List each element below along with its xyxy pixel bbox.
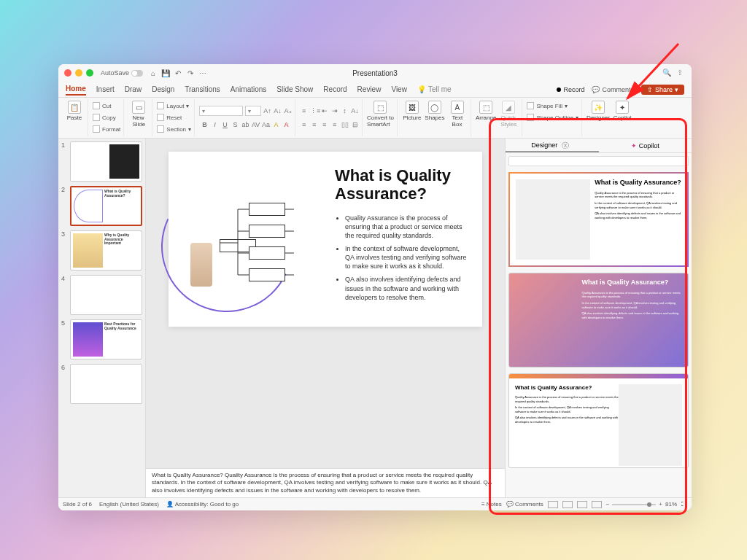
current-slide[interactable]: What is Quality Assurance? Quality Assur… bbox=[169, 152, 482, 327]
thumbnail-1[interactable]: 1WELCOME TO QUALITY ASSURANCE IN SOFTWAR… bbox=[61, 141, 142, 182]
reset-button[interactable]: Reset bbox=[157, 112, 191, 122]
record-button[interactable]: Record bbox=[557, 86, 584, 93]
highlight-button[interactable]: A bbox=[272, 121, 280, 128]
text-shadow-button[interactable]: ab bbox=[241, 121, 249, 128]
italic-button[interactable]: I bbox=[211, 121, 219, 128]
zoom-control[interactable]: − + 81% bbox=[606, 501, 677, 508]
copilot-tab[interactable]: ✦Copilot bbox=[599, 139, 692, 152]
qat-more-icon[interactable]: ⋯ bbox=[198, 69, 207, 77]
slide-bullets[interactable]: Quality Assurance is the process of ensu… bbox=[335, 214, 468, 302]
align-center-button[interactable]: ≡ bbox=[310, 121, 318, 128]
tab-home[interactable]: Home bbox=[66, 83, 86, 96]
comments-toggle[interactable]: 💬 Comments bbox=[506, 501, 543, 508]
increase-font-icon[interactable]: A↑ bbox=[263, 107, 271, 114]
align-left-button[interactable]: ≡ bbox=[300, 121, 308, 128]
slide-title[interactable]: What is Quality Assurance? bbox=[335, 166, 468, 203]
accessibility-status[interactable]: 👤 Accessibility: Good to go bbox=[166, 501, 239, 508]
home-icon[interactable]: ⌂ bbox=[149, 69, 158, 77]
decrease-indent-button[interactable]: ⇤ bbox=[320, 107, 328, 114]
design-suggestion-1[interactable]: What is Quality Assurance?Quality Assura… bbox=[508, 172, 689, 267]
share-icon[interactable]: ⇪ bbox=[677, 69, 686, 77]
maximize-window[interactable] bbox=[86, 69, 93, 77]
notes-toggle[interactable]: ≡ Notes bbox=[481, 501, 502, 508]
design-suggestion-2[interactable]: What is Quality Assurance?Quality Assura… bbox=[508, 273, 689, 368]
quick-styles-button[interactable]: ◢Quick Styles bbox=[498, 101, 519, 128]
thumbnail-4[interactable]: 4The Role of QA in the Software Developm… bbox=[61, 275, 142, 315]
columns-button[interactable]: ▯▯ bbox=[341, 121, 349, 128]
tab-transitions[interactable]: Transitions bbox=[185, 84, 220, 95]
new-slide-button[interactable]: ▭New Slide bbox=[128, 101, 149, 128]
clear-formatting-icon[interactable]: Aₓ bbox=[284, 107, 292, 114]
layout-button[interactable]: Layout ▾ bbox=[157, 101, 191, 111]
font-size-select[interactable]: ▾ bbox=[245, 106, 261, 116]
thumbnail-2[interactable]: 2What is Quality Assurance? bbox=[61, 186, 142, 226]
language-status[interactable]: English (United States) bbox=[99, 501, 159, 508]
tab-animations[interactable]: Animations bbox=[231, 84, 266, 95]
speaker-notes[interactable]: What is Quality Assurance? Quality Assur… bbox=[146, 468, 505, 497]
align-justify-button[interactable]: ≡ bbox=[330, 121, 338, 128]
tell-me[interactable]: 💡 Tell me bbox=[417, 85, 452, 93]
save-icon[interactable]: 💾 bbox=[161, 69, 170, 77]
format-painter-button[interactable]: Format bbox=[93, 124, 120, 134]
zoom-out-icon[interactable]: − bbox=[606, 501, 610, 508]
minimize-window[interactable] bbox=[75, 69, 82, 77]
undo-icon[interactable]: ↶ bbox=[174, 69, 182, 77]
strikethrough-button[interactable]: S bbox=[231, 121, 239, 128]
tab-record[interactable]: Record bbox=[323, 84, 347, 95]
text-direction-button[interactable]: A↓ bbox=[351, 107, 359, 114]
font-select[interactable]: ▾ bbox=[199, 106, 243, 116]
change-case-button[interactable]: Aa bbox=[262, 121, 270, 128]
zoom-in-icon[interactable]: + bbox=[659, 501, 662, 508]
design-suggestion-3[interactable]: What is Quality Assurance?Quality Assura… bbox=[508, 373, 689, 468]
slide-counter[interactable]: Slide 2 of 6 bbox=[63, 501, 92, 508]
tab-draw[interactable]: Draw bbox=[125, 84, 142, 95]
designer-tab[interactable]: Designerⓧ bbox=[506, 139, 599, 152]
normal-view-button[interactable] bbox=[548, 501, 558, 508]
thumbnail-3[interactable]: 3Why is Quality Assurance Important bbox=[61, 230, 142, 271]
picture-button[interactable]: 🖼Picture bbox=[402, 101, 422, 128]
search-icon[interactable]: 🔍 bbox=[662, 69, 671, 77]
comments-button[interactable]: 💬 Comments bbox=[592, 86, 634, 93]
autosave-toggle[interactable]: AutoSave bbox=[101, 69, 143, 77]
thumbnail-6[interactable]: 6Conclusion bbox=[61, 364, 142, 404]
paste-button[interactable]: 📋Paste bbox=[64, 101, 85, 121]
tab-review[interactable]: Review bbox=[357, 84, 382, 95]
underline-button[interactable]: U bbox=[221, 121, 229, 128]
char-spacing-button[interactable]: AV bbox=[252, 121, 260, 128]
decrease-font-icon[interactable]: A↓ bbox=[274, 107, 282, 114]
shape-outline-button[interactable]: Shape Outline ▾ bbox=[527, 112, 578, 122]
reading-view-button[interactable] bbox=[577, 501, 587, 508]
convert-smartart-button[interactable]: ⬚Convert to SmartArt bbox=[367, 101, 394, 128]
tab-slideshow[interactable]: Slide Show bbox=[276, 84, 313, 95]
shape-fill-button[interactable]: Shape Fill ▾ bbox=[527, 101, 578, 111]
section-button[interactable]: Section ▾ bbox=[157, 124, 191, 134]
sorter-view-button[interactable] bbox=[562, 501, 573, 508]
tab-view[interactable]: View bbox=[391, 84, 407, 95]
bold-button[interactable]: B bbox=[201, 121, 209, 128]
share-button[interactable]: ⇧ Share ▾ bbox=[641, 85, 684, 95]
tab-insert[interactable]: Insert bbox=[96, 84, 115, 95]
align-right-button[interactable]: ≡ bbox=[320, 121, 328, 128]
copy-button[interactable]: Copy bbox=[93, 112, 120, 122]
designer-search[interactable] bbox=[508, 156, 689, 166]
align-text-button[interactable]: ⊟ bbox=[351, 121, 359, 128]
shapes-button[interactable]: ◯Shapes bbox=[425, 101, 445, 128]
close-designer-icon[interactable]: ⓧ bbox=[562, 141, 570, 149]
slideshow-view-button[interactable] bbox=[592, 501, 602, 508]
designer-ribbon-button[interactable]: ✨Designer bbox=[587, 101, 610, 121]
bullets-button[interactable]: ≡ bbox=[300, 107, 308, 114]
tab-design[interactable]: Design bbox=[152, 84, 174, 95]
thumbnail-5[interactable]: 5Best Practices for Quality Assurance bbox=[61, 319, 142, 359]
copilot-ribbon-button[interactable]: ✦Copilot bbox=[612, 101, 632, 121]
line-spacing-button[interactable]: ↕ bbox=[341, 107, 349, 114]
fit-to-window-icon[interactable]: ⛶ bbox=[681, 501, 687, 508]
arrange-button[interactable]: ⬚Arrange bbox=[476, 101, 496, 128]
numbering-button[interactable]: ⋮≡ bbox=[310, 107, 318, 114]
increase-indent-button[interactable]: ⇥ bbox=[330, 107, 338, 114]
textbox-button[interactable]: AText Box bbox=[447, 101, 468, 128]
picture-icon: 🖼 bbox=[406, 101, 419, 114]
close-window[interactable] bbox=[64, 69, 71, 77]
redo-icon[interactable]: ↷ bbox=[186, 69, 195, 77]
cut-button[interactable]: Cut bbox=[93, 101, 120, 111]
font-color-button[interactable]: A bbox=[282, 121, 290, 128]
